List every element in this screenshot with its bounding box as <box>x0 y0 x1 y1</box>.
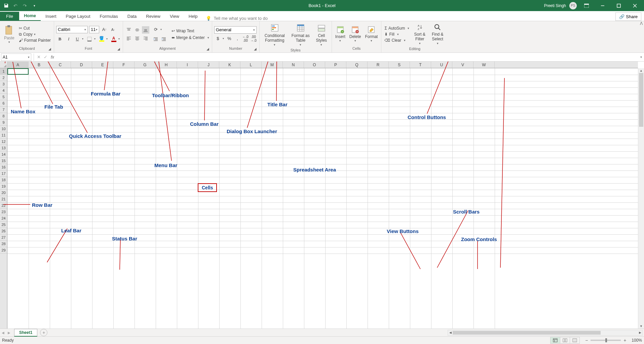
col-header-B[interactable]: B <box>29 62 50 68</box>
col-header-I[interactable]: I <box>177 62 198 68</box>
tab-formulas[interactable]: Formulas <box>95 12 123 21</box>
col-header-G[interactable]: G <box>135 62 156 68</box>
add-sheet-button[interactable]: + <box>40 329 47 336</box>
row-header-5[interactable]: 5 <box>0 94 7 100</box>
zoom-slider[interactable] <box>591 340 621 341</box>
row-header-8[interactable]: 8 <box>0 113 7 119</box>
zoom-out-button[interactable]: − <box>584 338 589 343</box>
bold-button[interactable]: B <box>56 35 64 43</box>
clipboard-dialog-launcher[interactable]: ◢ <box>48 47 53 52</box>
align-middle-icon[interactable] <box>134 26 141 34</box>
tab-home[interactable]: Home <box>19 11 41 21</box>
col-header-U[interactable]: U <box>431 62 452 68</box>
cancel-formula-icon[interactable]: ✕ <box>35 54 42 61</box>
row-header-12[interactable]: 12 <box>0 139 7 145</box>
row-header-13[interactable]: 13 <box>0 145 7 151</box>
minimize-icon[interactable] <box>596 0 609 11</box>
row-header-1[interactable]: 1 <box>0 68 7 75</box>
col-header-A[interactable]: A <box>7 62 29 68</box>
fill-color-button[interactable]: 🪣 <box>98 35 105 43</box>
paste-button[interactable]: Paste ▾ <box>2 24 16 45</box>
increase-font-icon[interactable]: A↑ <box>101 26 108 33</box>
alignment-dialog-launcher[interactable]: ◢ <box>206 47 211 52</box>
redo-icon[interactable]: ↷ <box>22 2 28 9</box>
orientation-button[interactable]: ⟳ <box>152 26 159 33</box>
cell-styles-button[interactable]: Cell Styles▾ <box>313 23 330 47</box>
tab-view[interactable]: View <box>165 12 184 21</box>
select-all-button[interactable] <box>0 62 7 68</box>
row-header-24[interactable]: 24 <box>0 215 7 222</box>
merge-center-button[interactable]: ⬌Merge & Center▾ <box>171 35 210 41</box>
font-color-dropdown[interactable]: ▾ <box>117 35 121 43</box>
col-header-H[interactable]: H <box>156 62 177 68</box>
undo-icon[interactable]: ↶ <box>12 2 19 9</box>
accounting-dropdown[interactable]: ▾ <box>222 35 225 42</box>
orientation-dropdown[interactable]: ▾ <box>159 26 163 33</box>
font-color-button[interactable]: A <box>110 35 117 43</box>
sheet-nav-prev-icon[interactable]: ◀ <box>0 330 6 336</box>
accounting-format-button[interactable]: $ <box>214 35 222 42</box>
col-header-F[interactable]: F <box>113 62 135 68</box>
scroll-left-icon[interactable]: ◀ <box>448 331 453 334</box>
save-icon[interactable] <box>3 2 9 9</box>
sheet-nav-next-icon[interactable]: ▶ <box>6 330 12 336</box>
ribbon-display-options-icon[interactable] <box>580 0 593 11</box>
tab-page-layout[interactable]: Page Layout <box>61 12 95 21</box>
close-icon[interactable] <box>629 0 641 11</box>
tab-data[interactable]: Data <box>123 12 141 21</box>
col-header-T[interactable]: T <box>410 62 431 68</box>
insert-cells-button[interactable]: +Insert▾ <box>334 25 347 43</box>
row-header-11[interactable]: 11 <box>0 132 7 139</box>
cells-area[interactable] <box>7 68 638 329</box>
col-header-O[interactable]: O <box>304 62 325 68</box>
user-avatar[interactable]: PS <box>569 2 577 9</box>
scroll-down-icon[interactable]: ▼ <box>638 324 644 329</box>
qat-customize-icon[interactable]: ▾ <box>31 2 38 9</box>
row-header-4[interactable]: 4 <box>0 87 7 94</box>
row-header-18[interactable]: 18 <box>0 177 7 183</box>
decrease-decimal-icon[interactable]: .00→.0 <box>250 35 257 42</box>
underline-dropdown[interactable]: ▾ <box>81 35 84 43</box>
col-header-V[interactable]: V <box>452 62 473 68</box>
row-header-16[interactable]: 16 <box>0 164 7 170</box>
font-name-combo[interactable]: Calibri▾ <box>56 26 88 33</box>
formula-input[interactable] <box>56 53 638 61</box>
increase-decimal-icon[interactable]: ←.0.00 <box>242 35 249 42</box>
row-header-14[interactable]: 14 <box>0 151 7 158</box>
format-as-table-button[interactable]: Format as Table▾ <box>289 23 312 47</box>
collapse-ribbon-icon[interactable]: ᐱ <box>640 21 643 26</box>
horizontal-scrollbar[interactable]: ◀ ▶ <box>448 330 643 336</box>
autosum-button[interactable]: ΣAutoSum▾ <box>383 26 410 31</box>
vertical-scrollbar[interactable]: ▲ ▼ <box>638 68 644 329</box>
row-header-26[interactable]: 26 <box>0 228 7 234</box>
row-header-17[interactable]: 17 <box>0 170 7 177</box>
tab-help[interactable]: Help <box>184 12 202 21</box>
row-header-2[interactable]: 2 <box>0 75 7 81</box>
col-header-N[interactable]: N <box>283 62 304 68</box>
row-header-27[interactable]: 27 <box>0 234 7 241</box>
zoom-value[interactable]: 100% <box>632 338 642 343</box>
col-header-C[interactable]: C <box>50 62 71 68</box>
increase-indent-icon[interactable] <box>160 35 167 43</box>
row-header-15[interactable]: 15 <box>0 158 7 164</box>
row-header-28[interactable]: 28 <box>0 241 7 247</box>
decrease-font-icon[interactable]: A↓ <box>109 26 117 33</box>
format-painter-button[interactable]: 🖌Format Painter <box>18 38 52 43</box>
underline-button[interactable]: U <box>74 35 81 43</box>
normal-view-button[interactable] <box>550 337 560 344</box>
number-format-combo[interactable]: General▾ <box>214 26 257 34</box>
zoom-in-button[interactable]: + <box>622 338 628 343</box>
name-box[interactable]: A1▾ <box>1 53 31 61</box>
number-dialog-launcher[interactable]: ◢ <box>254 47 259 52</box>
borders-button[interactable] <box>86 35 93 43</box>
col-header-W[interactable]: W <box>473 62 495 68</box>
row-header-22[interactable]: 22 <box>0 202 7 209</box>
conditional-formatting-button[interactable]: Conditional Formatting▾ <box>262 23 288 47</box>
row-header-19[interactable]: 19 <box>0 183 7 190</box>
tell-me-search[interactable]: 💡 Tell me what you want to do <box>206 16 268 21</box>
share-button[interactable]: 🔗 Share <box>615 12 641 21</box>
align-left-icon[interactable] <box>125 35 132 42</box>
align-bottom-icon[interactable] <box>142 26 149 34</box>
copy-button[interactable]: ⧉Copy▾ <box>18 32 52 37</box>
col-header-J[interactable]: J <box>198 62 219 68</box>
